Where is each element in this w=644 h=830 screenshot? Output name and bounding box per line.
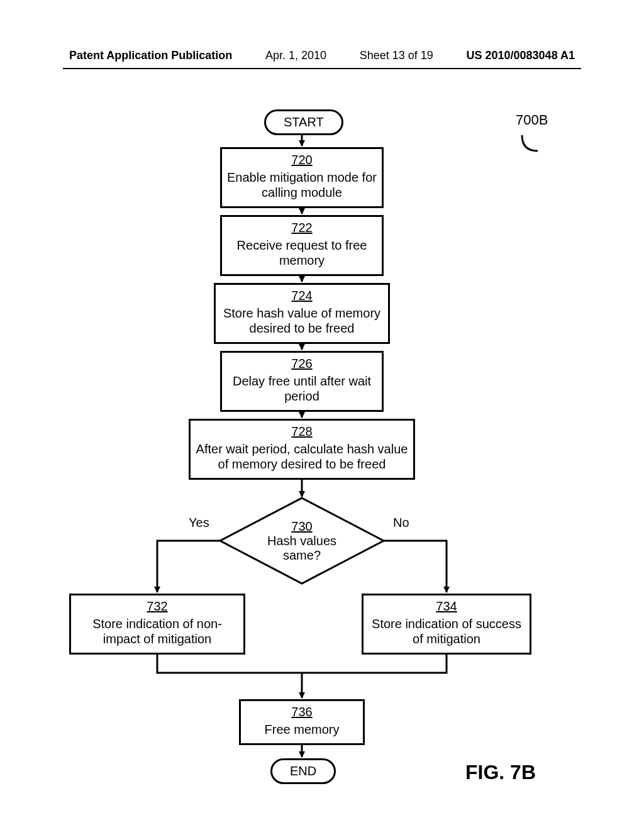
step-text: Delay free until after wait period	[233, 374, 371, 403]
end-label: END	[290, 764, 316, 778]
end-terminator: END	[270, 758, 336, 784]
process-724: 724 Store hash value of memory desired t…	[214, 283, 390, 344]
step-number: 734	[369, 599, 525, 614]
step-text: Store indication of non-impact of mitiga…	[92, 617, 222, 646]
process-734: 734 Store indication of success of mitig…	[362, 594, 531, 655]
step-number: 724	[221, 289, 383, 303]
step-text: Enable mitigation mode for calling modul…	[227, 170, 377, 199]
publication-date: Apr. 1, 2010	[265, 49, 326, 62]
flowchart-diagram: START 720 Enable mitigation mode for cal…	[0, 107, 644, 799]
decision-730: 730 Hash values same?	[258, 519, 346, 563]
process-722: 722 Receive request to free memory	[220, 215, 384, 276]
step-number: 722	[227, 221, 377, 235]
decision-yes-label: Yes	[189, 516, 209, 530]
step-text: After wait period, calculate hash value …	[196, 442, 408, 471]
step-number: 720	[227, 153, 377, 167]
sheet-number: Sheet 13 of 19	[360, 49, 433, 62]
publication-label: Patent Application Publication	[69, 49, 232, 62]
decision-no-label: No	[393, 516, 409, 530]
step-text: Store hash value of memory desired to be…	[223, 306, 380, 335]
step-text: Receive request to free memory	[237, 238, 367, 267]
step-number: 726	[227, 357, 377, 371]
step-number: 736	[246, 705, 358, 719]
start-terminator: START	[264, 109, 343, 135]
step-number: 730	[258, 519, 346, 534]
figure-label: FIG. 7B	[465, 761, 536, 784]
document-number: US 2010/0083048 A1	[467, 49, 575, 62]
process-736: 736 Free memory	[239, 699, 365, 745]
process-732: 732 Store indication of non-impact of mi…	[69, 594, 245, 655]
step-text: Hash values same?	[258, 534, 346, 563]
process-726: 726 Delay free until after wait period	[220, 351, 384, 412]
step-number: 728	[196, 424, 408, 439]
figure-reference-number: 700B	[516, 112, 548, 128]
page-header: Patent Application Publication Apr. 1, 2…	[0, 49, 644, 62]
step-text: Free memory	[265, 722, 340, 736]
process-720: 720 Enable mitigation mode for calling m…	[220, 147, 384, 208]
step-number: 732	[76, 599, 238, 614]
start-label: START	[284, 115, 324, 129]
step-text: Store indication of success of mitigatio…	[372, 617, 521, 646]
process-728: 728 After wait period, calculate hash va…	[189, 419, 415, 480]
header-rule	[63, 68, 581, 69]
